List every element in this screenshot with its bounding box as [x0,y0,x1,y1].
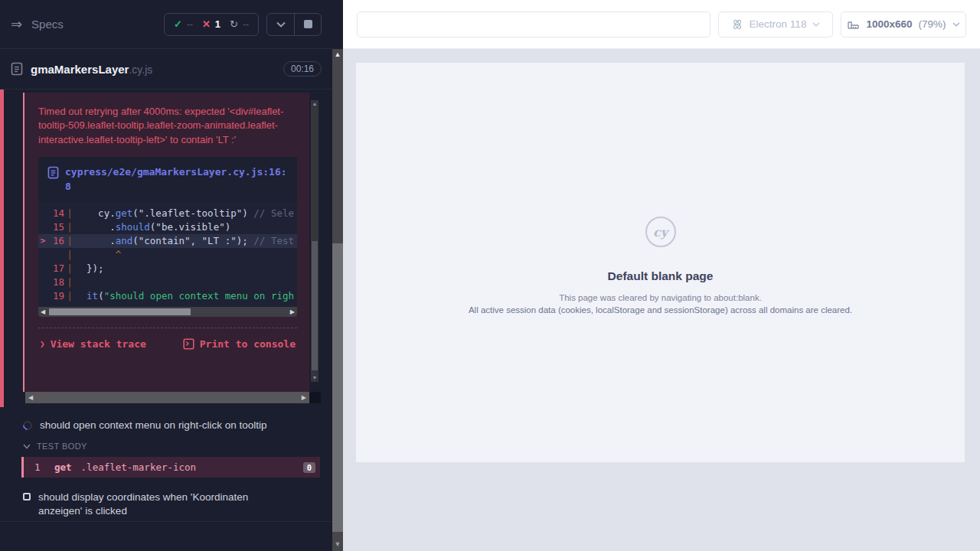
chevron-down-icon [23,444,31,449]
command-method: get [54,461,72,473]
browser-select[interactable]: Electron 118 [718,11,833,37]
stat-passed: ✓ -- [174,18,193,30]
blank-page-title: Default blank page [608,269,714,283]
command-count-badge: 0 [303,462,315,473]
viewport-scale-label: (79%) [919,18,946,30]
file-icon [47,166,59,179]
spec-duration-badge: 00:16 [283,61,322,77]
scroll-left-icon[interactable]: ◀ [28,395,33,401]
code-lines: 14| cy.get(".leaflet-tooltip") // Sele15… [38,201,297,307]
failed-count: 1 [215,18,220,30]
chevron-down-icon [276,21,286,28]
scroll-right-icon[interactable]: ▶ [290,309,295,315]
cross-icon: ✕ [202,18,211,30]
scroll-left-icon[interactable]: ◀ [41,309,45,315]
stat-pending: ↻ -- [230,18,249,30]
code-line: 15| .should("be.visible") [38,220,297,234]
scroll-right-icon[interactable]: ▶ [302,395,306,401]
chevron-down-icon [952,22,960,27]
restart-icon: ↻ [230,18,238,30]
run-controls [266,13,322,36]
code-line: 17| }); [38,262,297,276]
ruler-icon [847,19,860,30]
viewport-size-label: 1000x660 [866,18,912,30]
electron-icon [731,18,743,31]
view-stack-trace-button[interactable]: ❯ View stack trace [40,338,146,350]
scroll-down-icon[interactable]: ▼ [332,539,343,549]
test-item-running[interactable]: should open context menu on right-click … [0,412,332,432]
chevron-right-icon: ❯ [40,339,45,349]
spinner-icon [21,419,34,432]
code-horizontal-scrollbar[interactable]: ◀ ▶ [38,307,297,317]
stop-icon [304,20,312,28]
test-stats: ✓ -- ✕ 1 ↻ -- [164,13,259,36]
test-list: should open context menu on right-click … [0,412,332,519]
error-actions: ❯ View stack trace Print to console [38,328,297,350]
error-message: Timed out retrying after 4000ms: expecte… [38,105,297,147]
spec-extension: .cy.js [129,64,152,76]
test-body-label: TEST BODY [37,442,87,451]
specs-title: Specs [31,18,64,31]
code-line: 14| cy.get(".leaflet-tooltip") // Sele [38,207,297,220]
error-vertical-scrollbar[interactable]: ▲ ▼ [311,100,318,382]
print-to-console-button[interactable]: Print to console [183,338,296,350]
url-input[interactable] [358,12,710,37]
scroll-up-icon[interactable]: ▲ [311,100,318,108]
spec-name: gmaMarkersLayer.cy.js [31,63,152,76]
error-location-link[interactable]: cypress/e2e/gmaMarkersLayer.cy.js:16:8 [65,165,288,194]
specs-toggle-icon[interactable]: ⇒ [11,18,22,31]
cypress-app: ⇒ Specs ✓ -- ✕ 1 ↻ -- [0,0,980,551]
browser-toolbar: Electron 118 1000x660 (79%) [343,0,980,49]
stop-button[interactable] [294,14,321,35]
scrollbar-thumb[interactable] [49,308,191,315]
code-line: 18| [38,276,297,289]
blank-page-description: This page was cleared by navigating to a… [559,293,762,302]
scroll-down-icon[interactable]: ▼ [311,374,318,382]
code-frame: cypress/e2e/gmaMarkersLayer.cy.js:16:8 1… [38,157,297,317]
scrollbar-corner [309,392,321,403]
stat-failed: ✕ 1 [202,18,220,30]
blank-page-session-note: All active session data (cookies, localS… [469,305,852,315]
code-line: >16| .and("contain", "LT :"); // Test [38,234,297,248]
passed-count: -- [187,19,193,30]
command-log-row[interactable]: 1 get .leaflet-marker-icon 0 [21,457,320,478]
code-frame-header[interactable]: cypress/e2e/gmaMarkersLayer.cy.js:16:8 [38,157,297,201]
browser-stage: Electron 118 1000x660 (79%) [343,0,980,551]
spec-file-row[interactable]: gmaMarkersLayer.cy.js 00:16 [0,49,332,90]
check-icon: ✓ [174,18,182,30]
collapse-all-button[interactable] [267,14,294,35]
specs-header: ⇒ Specs ✓ -- ✕ 1 ↻ -- [0,0,332,49]
scrollbar-thumb[interactable] [312,241,318,370]
command-selector: .leaflet-marker-icon [81,461,197,473]
viewport-size-button[interactable]: 1000x660 (79%) [841,11,966,37]
address-bar[interactable] [357,11,710,37]
divider [0,521,332,522]
scrollbar-thumb[interactable] [332,243,343,532]
console-icon [183,338,194,350]
test-title: should display coordinates when 'Koordin… [38,491,289,518]
test-item-pending[interactable]: should display coordinates when 'Koordin… [0,491,332,518]
aut-viewport: cy Default blank page This page was clea… [356,63,965,462]
failed-attempt-region: Timed out retrying after 4000ms: expecte… [0,90,332,412]
code-line: 19| it("should open context menu on righ [38,289,297,303]
attempt-horizontal-scrollbar[interactable]: ◀ ▶ [25,392,309,403]
pending-test-icon [23,493,31,500]
reporter-sidebar: ⇒ Specs ✓ -- ✕ 1 ↻ -- [0,0,332,551]
pending-count: -- [243,19,249,30]
chevron-down-icon [812,22,820,27]
test-body-header[interactable]: TEST BODY [0,442,332,451]
code-line: | ^ [38,248,297,262]
error-panel: Timed out retrying after 4000ms: expecte… [23,93,309,392]
test-title: should open context menu on right-click … [40,419,266,432]
command-number: 1 [34,461,54,473]
browser-label: Electron 118 [750,18,807,30]
fail-indicator-bar [0,90,4,407]
cypress-logo: cy [645,217,676,247]
scroll-up-icon[interactable]: ▲ [332,49,343,60]
spec-file-icon [11,62,23,76]
stage-background: cy Default blank page This page was clea… [343,49,980,551]
reporter-scrollbar[interactable]: ▲ ▼ [332,49,343,551]
